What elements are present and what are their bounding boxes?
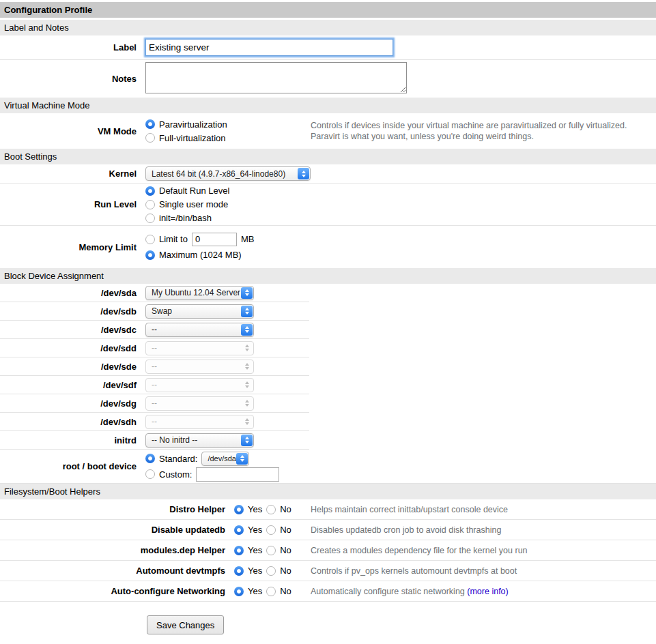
yes-label: Yes — [248, 504, 262, 514]
paravirtualization-label: Paravirtualization — [159, 119, 227, 130]
memory-limit-input[interactable] — [192, 233, 237, 246]
helper-row-distro-helper: Distro Helper Yes No Helps maintain corr… — [0, 499, 656, 520]
distro-helper-yes-radio[interactable] — [234, 505, 244, 514]
dev-sdf-label: /dev/sdf — [0, 380, 141, 390]
dev-sdb-select[interactable]: Swap — [145, 304, 254, 319]
dev-sdc-label: /dev/sdc — [0, 325, 141, 335]
kernel-select-value: Latest 64 bit (4.9.7-x86_64-linode80) — [152, 169, 285, 179]
select-stepper-icon — [241, 287, 253, 299]
auto-configure-networking-help-text: Automatically configure static networkin… — [311, 587, 465, 596]
block-device-row: /dev/sde -- — [0, 357, 309, 376]
maximum-memory-radio[interactable] — [145, 250, 155, 260]
select-stepper-icon — [236, 453, 248, 465]
section-virtual-machine-mode: Virtual Machine Mode — [0, 98, 656, 113]
limit-to-radio[interactable] — [145, 235, 155, 244]
more-info-link[interactable]: (more info) — [467, 587, 508, 596]
dev-sdd-select-value: -- — [152, 343, 157, 353]
single-user-mode-radio[interactable] — [145, 200, 155, 209]
helper-row-auto-configure-networking: Auto-configure Networking Yes No Automat… — [0, 581, 656, 602]
save-changes-button[interactable]: Save Changes — [147, 615, 224, 634]
distro-helper-label: Distro Helper — [0, 504, 230, 514]
limit-to-label: Limit to — [159, 234, 188, 244]
standard-boot-device-select[interactable]: /dev/sda — [201, 452, 249, 466]
vm-mode-row: VM Mode Paravirtualization Full-virtuali… — [0, 113, 656, 149]
dev-sde-label: /dev/sde — [0, 362, 141, 372]
custom-boot-label: Custom: — [159, 469, 192, 480]
dev-sde-select-value: -- — [152, 362, 157, 371]
dev-sde-select: -- — [145, 360, 254, 374]
dev-sdh-select: -- — [145, 415, 254, 429]
dev-sdc-select-value: -- — [152, 325, 157, 334]
dev-sda-select[interactable]: My Ubuntu 12.04 Server — [145, 286, 254, 300]
vm-mode-help-line2: Paravirt is what you want, unless you're… — [311, 131, 649, 142]
notes-field-label: Notes — [0, 74, 141, 84]
maximum-memory-label: Maximum (1024 MB) — [159, 250, 242, 260]
single-user-mode-label: Single user mode — [159, 199, 228, 209]
section-heading: Label and Notes — [4, 23, 69, 33]
no-label: No — [280, 504, 291, 514]
block-device-row: /dev/sdc -- — [0, 321, 309, 339]
yes-label: Yes — [248, 525, 262, 535]
full-virtualization-label: Full-virtualization — [159, 133, 226, 143]
standard-boot-device-value: /dev/sda — [208, 454, 236, 463]
vm-mode-help-line1: Controls if devices inside your virtual … — [311, 120, 649, 131]
auto-configure-networking-no-radio[interactable] — [266, 587, 276, 596]
dev-sdh-select-value: -- — [152, 417, 157, 426]
dev-sda-label: /dev/sda — [0, 288, 141, 298]
disable-updatedb-no-radio[interactable] — [266, 525, 276, 535]
kernel-label: Kernel — [0, 169, 141, 179]
automount-devtmpfs-yes-radio[interactable] — [234, 566, 244, 576]
modules-dep-help: Creates a modules dependency file for th… — [311, 545, 656, 556]
no-label: No — [280, 566, 291, 576]
disable-updatedb-label: Disable updatedb — [0, 525, 230, 535]
distro-helper-no-radio[interactable] — [266, 505, 276, 514]
no-label: No — [280, 586, 291, 596]
initrd-select[interactable]: -- No initrd -- — [145, 433, 254, 448]
label-input[interactable] — [145, 39, 393, 56]
auto-configure-networking-label: Auto-configure Networking — [0, 586, 230, 596]
disable-updatedb-yes-radio[interactable] — [234, 525, 244, 535]
section-heading: Virtual Machine Mode — [4, 100, 90, 111]
notes-row: Notes — [0, 60, 656, 98]
custom-boot-device-input[interactable] — [196, 467, 279, 482]
auto-configure-networking-help: Automatically configure static networkin… — [311, 586, 656, 597]
vm-mode-help: Controls if devices inside your virtual … — [311, 120, 656, 142]
dev-sdd-select: -- — [145, 341, 254, 355]
initrd-label: initrd — [0, 435, 141, 445]
memory-limit-row: Memory Limit Limit to MB Maximum (1024 M… — [0, 226, 656, 268]
default-run-level-radio[interactable] — [145, 186, 155, 196]
select-stepper-icon — [241, 342, 253, 354]
kernel-select[interactable]: Latest 64 bit (4.9.7-x86_64-linode80) — [145, 166, 311, 181]
initrd-select-value: -- No initrd -- — [152, 435, 197, 445]
kernel-row: Kernel Latest 64 bit (4.9.7-x86_64-linod… — [0, 164, 656, 184]
memory-limit-label: Memory Limit — [0, 242, 141, 252]
helper-row-disable-updatedb: Disable updatedb Yes No Disables updated… — [0, 520, 656, 540]
root-boot-device-row: root / boot device Standard: /dev/sda Cu… — [0, 450, 656, 484]
init-bin-bash-radio[interactable] — [145, 214, 155, 223]
paravirtualization-radio[interactable] — [145, 119, 155, 129]
block-device-row: /dev/sdf -- — [0, 376, 309, 394]
modules-dep-no-radio[interactable] — [266, 546, 276, 555]
standard-boot-radio[interactable] — [145, 454, 155, 463]
select-stepper-icon — [241, 379, 253, 391]
auto-configure-networking-yes-radio[interactable] — [234, 587, 244, 596]
disable-updatedb-help: Disables updatedb cron job to avoid disk… — [311, 525, 656, 536]
initrd-row: initrd -- No initrd -- — [0, 431, 309, 450]
helper-row-automount-devtmpfs: Automount devtmpfs Yes No Controls if pv… — [0, 561, 656, 581]
helper-row-modules-dep: modules.dep Helper Yes No Creates a modu… — [0, 540, 656, 561]
custom-boot-radio[interactable] — [145, 469, 155, 479]
automount-devtmpfs-help: Controls if pv_ops kernels automount dev… — [311, 566, 656, 576]
notes-textarea[interactable] — [145, 62, 407, 93]
select-stepper-icon — [241, 306, 253, 317]
save-row: Save Changes — [0, 602, 656, 634]
memory-limit-unit: MB — [241, 234, 255, 244]
automount-devtmpfs-no-radio[interactable] — [266, 566, 276, 576]
run-level-row: Run Level Default Run Level Single user … — [0, 184, 656, 226]
modules-dep-yes-radio[interactable] — [234, 546, 244, 555]
dev-sdc-select[interactable]: -- — [145, 323, 254, 337]
section-heading: Block Device Assignment — [4, 271, 104, 281]
full-virtualization-radio[interactable] — [145, 133, 155, 143]
dev-sdf-select-value: -- — [152, 380, 157, 390]
select-stepper-icon — [241, 398, 253, 409]
dev-sdh-label: /dev/sdh — [0, 417, 141, 427]
